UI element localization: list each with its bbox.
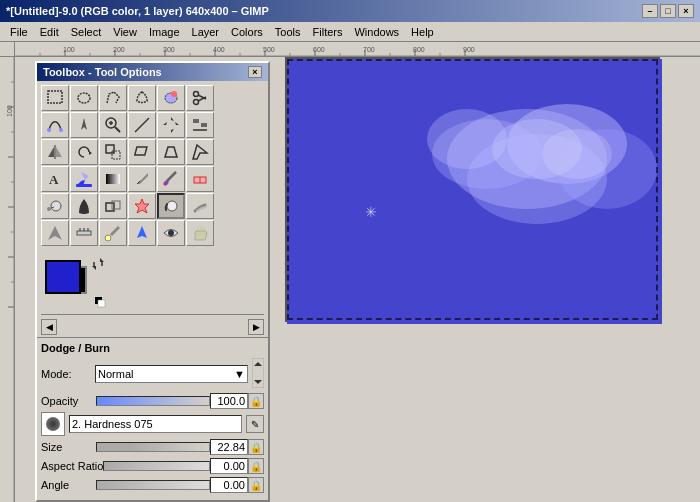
angle-lock[interactable]: 🔒 — [248, 477, 264, 493]
swap-colors-icon[interactable] — [90, 256, 106, 272]
tool-scissors-select[interactable] — [186, 85, 214, 111]
svg-marker-59 — [163, 122, 170, 125]
tool-flip[interactable] — [41, 139, 69, 165]
menu-tools[interactable]: Tools — [269, 24, 307, 40]
menu-edit[interactable]: Edit — [34, 24, 65, 40]
menu-image[interactable]: Image — [143, 24, 186, 40]
opacity-slider[interactable] — [96, 396, 210, 406]
aspect-slider[interactable] — [103, 461, 210, 471]
tool-sharpen[interactable] — [41, 220, 69, 246]
title-bar-buttons: – □ × — [642, 4, 694, 18]
menu-filters[interactable]: Filters — [307, 24, 349, 40]
tool-eraser[interactable] — [186, 166, 214, 192]
tool-eye[interactable] — [157, 220, 185, 246]
svg-rect-62 — [201, 123, 207, 127]
menu-layer[interactable]: Layer — [186, 24, 226, 40]
app-frame: *[Untitled]-9.0 (RGB color, 1 layer) 640… — [0, 0, 700, 502]
brush-preview[interactable] — [41, 412, 65, 436]
foreground-color-box[interactable] — [45, 260, 81, 294]
mode-label: Mode: — [41, 368, 91, 380]
reset-colors-icon[interactable] — [94, 296, 106, 308]
tool-pencil[interactable] — [128, 166, 156, 192]
svg-marker-71 — [165, 147, 177, 157]
options-toggle-left[interactable]: ◀ — [41, 319, 57, 335]
tool-color-picker[interactable] — [99, 220, 127, 246]
tool-smudge[interactable] — [186, 193, 214, 219]
menu-help[interactable]: Help — [405, 24, 440, 40]
svg-marker-88 — [48, 226, 62, 240]
menu-colors[interactable]: Colors — [225, 24, 269, 40]
tool-free-select[interactable] — [99, 85, 127, 111]
maximize-button[interactable]: □ — [660, 4, 676, 18]
minimize-button[interactable]: – — [642, 4, 658, 18]
svg-rect-40 — [48, 91, 62, 103]
tool-scale[interactable] — [99, 139, 127, 165]
tool-ink[interactable] — [70, 193, 98, 219]
menu-file[interactable]: File — [4, 24, 34, 40]
tool-paintbrush[interactable] — [157, 166, 185, 192]
aspect-value[interactable]: 0.00 — [210, 458, 248, 474]
opacity-value[interactable]: 100.0 — [210, 393, 248, 409]
tool-grid: A — [37, 81, 268, 250]
tool-ellipse-select[interactable] — [70, 85, 98, 111]
tool-move[interactable] — [157, 112, 185, 138]
close-button[interactable]: × — [678, 4, 694, 18]
tool-paths[interactable] — [41, 112, 69, 138]
menu-windows[interactable]: Windows — [348, 24, 405, 40]
tool-transform[interactable] — [186, 139, 214, 165]
tool-measure2[interactable] — [70, 220, 98, 246]
svg-rect-74 — [76, 184, 92, 187]
tool-blend[interactable] — [99, 166, 127, 192]
opacity-lock[interactable]: 🔒 — [248, 393, 264, 409]
canvas-svg: ✳ — [287, 59, 662, 324]
size-value[interactable]: 22.84 — [210, 439, 248, 455]
mode-dropdown[interactable]: Normal ▼ — [95, 365, 248, 383]
brush-edit-button[interactable]: ✎ — [246, 415, 264, 433]
angle-slider[interactable] — [96, 480, 210, 490]
size-lock[interactable]: 🔒 — [248, 439, 264, 455]
svg-text:100: 100 — [63, 46, 75, 53]
tool-fuzzy-select[interactable] — [128, 85, 156, 111]
svg-marker-72 — [193, 145, 207, 159]
svg-text:600: 600 — [313, 46, 325, 53]
tool-alignment[interactable] — [186, 112, 214, 138]
tool-rect-select[interactable] — [41, 85, 69, 111]
svg-text:500: 500 — [263, 46, 275, 53]
tool-select-by-color[interactable] — [157, 85, 185, 111]
angle-label: Angle — [41, 479, 96, 491]
mode-scroll[interactable] — [252, 358, 264, 390]
tool-fill2[interactable] — [128, 220, 156, 246]
svg-point-95 — [168, 230, 174, 236]
brush-name-display[interactable]: 2. Hardness 075 — [69, 415, 242, 433]
tool-rotate[interactable] — [70, 139, 98, 165]
svg-point-83 — [47, 207, 51, 211]
tool-iscissors[interactable] — [70, 112, 98, 138]
options-toggle-right[interactable]: ▶ — [248, 319, 264, 335]
svg-marker-67 — [89, 151, 92, 155]
vertical-area: 100 Toolbox - Tool Options × — [0, 57, 700, 502]
tool-dodge-burn[interactable] — [157, 193, 185, 219]
angle-value[interactable]: 0.00 — [210, 477, 248, 493]
angle-row: Angle 0.00 🔒 — [41, 477, 264, 493]
menu-select[interactable]: Select — [65, 24, 108, 40]
aspect-lock[interactable]: 🔒 — [248, 458, 264, 474]
tool-perspective[interactable] — [157, 139, 185, 165]
toolbox-close-button[interactable]: × — [248, 66, 262, 78]
opacity-label: Opacity — [41, 395, 96, 407]
tool-zoom[interactable] — [99, 112, 127, 138]
svg-text:700: 700 — [363, 46, 375, 53]
tool-measure[interactable] — [128, 112, 156, 138]
menu-view[interactable]: View — [107, 24, 143, 40]
tool-shear[interactable] — [128, 139, 156, 165]
svg-marker-94 — [137, 226, 147, 238]
svg-marker-64 — [48, 147, 54, 157]
tool-airbrush[interactable] — [41, 193, 69, 219]
aspect-label: Aspect Ratio — [41, 460, 103, 472]
tool-text[interactable]: A — [41, 166, 69, 192]
canvas-window[interactable]: ✳ — [285, 57, 660, 322]
tool-bucket-fill[interactable] — [70, 166, 98, 192]
tool-clone[interactable] — [99, 193, 127, 219]
tool-heal[interactable] — [128, 193, 156, 219]
tool-hand[interactable] — [186, 220, 214, 246]
size-slider[interactable] — [96, 442, 210, 452]
